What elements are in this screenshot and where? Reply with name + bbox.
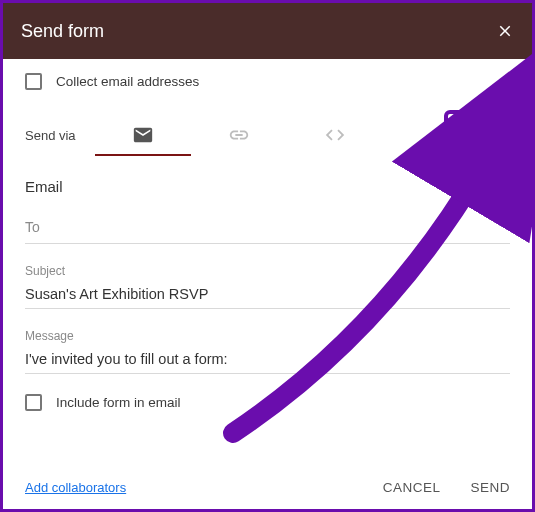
message-label: Message [25, 329, 510, 343]
send-via-label: Send via [25, 128, 95, 143]
send-via-row: Send via [25, 114, 510, 156]
close-icon[interactable] [496, 22, 514, 40]
include-form-label: Include form in email [56, 395, 181, 410]
cancel-button[interactable]: CANCEL [383, 480, 441, 495]
message-field: Message [25, 329, 510, 374]
footer-buttons: CANCEL SEND [383, 480, 510, 495]
twitter-share-button[interactable] [484, 119, 508, 141]
include-form-checkbox[interactable] [25, 394, 42, 411]
send-button[interactable]: SEND [470, 480, 510, 495]
facebook-share-button[interactable] [454, 119, 478, 141]
tab-email[interactable] [95, 114, 191, 156]
add-collaborators-link[interactable]: Add collaborators [25, 480, 126, 495]
dialog-header: Send form [3, 3, 532, 59]
facebook-icon [460, 121, 472, 139]
subject-field: Subject [25, 264, 510, 309]
email-icon [132, 124, 154, 146]
embed-icon [324, 124, 346, 146]
twitter-icon [489, 121, 503, 139]
collect-emails-checkbox[interactable] [25, 73, 42, 90]
collect-emails-row: Collect email addresses [25, 73, 510, 90]
dialog-body: Collect email addresses Send via [3, 59, 532, 411]
section-title-email: Email [25, 178, 510, 195]
tab-underline [95, 154, 191, 156]
subject-label: Subject [25, 264, 510, 278]
collect-emails-label: Collect email addresses [56, 74, 199, 89]
dialog-footer: Add collaborators CANCEL SEND [3, 480, 532, 495]
subject-input[interactable] [25, 282, 510, 309]
tab-link[interactable] [191, 114, 287, 156]
social-share-highlight [444, 110, 518, 150]
link-icon [228, 124, 250, 146]
message-input[interactable] [25, 347, 510, 374]
include-form-row: Include form in email [25, 394, 510, 411]
dialog-title: Send form [21, 21, 104, 42]
to-input[interactable] [25, 213, 510, 244]
send-form-dialog: Send form Collect email addresses Send v… [0, 0, 535, 512]
to-field [25, 213, 510, 244]
tab-embed[interactable] [287, 114, 383, 156]
